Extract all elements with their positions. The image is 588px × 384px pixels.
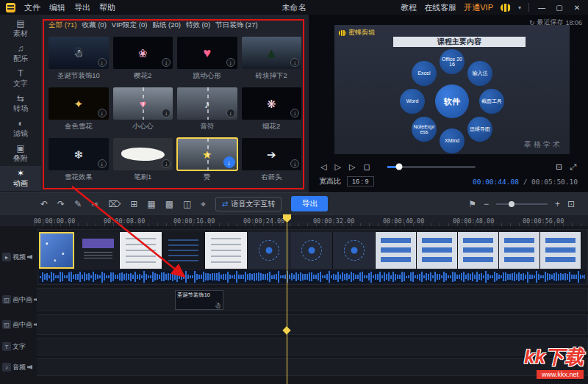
minimize-button[interactable]: — <box>537 4 547 12</box>
library-item[interactable]: ☃↓圣诞节装饰10 <box>49 37 109 81</box>
sidebar-item-music[interactable]: ♫ 配乐 <box>0 41 41 66</box>
fit-screen-icon[interactable]: ⊡ <box>556 163 562 171</box>
library-item[interactable]: ♥↓小心心 <box>113 87 173 131</box>
progress-handle[interactable] <box>396 164 403 170</box>
download-icon[interactable]: ↓ <box>98 159 107 168</box>
support-link[interactable]: 在线客服 <box>424 2 456 13</box>
close-button[interactable]: ✕ <box>572 4 582 12</box>
tab-vip[interactable]: VIP限定 (0) <box>112 21 148 30</box>
vip-button[interactable]: 开通VIP <box>464 2 493 13</box>
diagram-bubble: XMind <box>440 128 465 153</box>
tab-holiday[interactable]: 节日装饰 (27) <box>215 21 258 30</box>
menu-export[interactable]: 导出 <box>74 2 90 13</box>
sidebar-item-text[interactable]: T 文字 <box>0 66 41 91</box>
download-icon[interactable]: ↓ <box>98 58 107 67</box>
pip-track-lane-1[interactable]: 圣诞节装饰10 ☃ <box>37 288 588 311</box>
audio-track-lane[interactable] <box>37 358 588 376</box>
stop-button[interactable]: ◻ <box>363 163 370 171</box>
fit-timeline-icon[interactable]: ⊡ <box>567 200 575 209</box>
video-clip-strip[interactable] <box>77 232 376 269</box>
download-icon[interactable]: ↓ <box>162 109 171 117</box>
download-icon[interactable]: ↓ <box>290 58 299 67</box>
freeze-frame-icon[interactable]: ◫ <box>183 200 191 209</box>
sidebar-item-overlay[interactable]: ▣ 叠附 <box>0 141 41 166</box>
menu-edit[interactable]: 编辑 <box>49 2 65 13</box>
delete-icon[interactable]: ⌦ <box>108 200 121 209</box>
pip-clip[interactable]: 圣诞节装饰10 ☃ <box>175 290 223 310</box>
selected-video-clip[interactable] <box>39 232 74 269</box>
maximize-button[interactable]: ▢ <box>554 4 564 12</box>
marker-icon[interactable]: ⚑ <box>468 200 476 209</box>
library-item[interactable]: ❀↓樱花2 <box>113 37 173 81</box>
chevron-down-icon[interactable]: ▾ <box>518 4 521 11</box>
tutorial-link[interactable]: 教程 <box>401 2 417 13</box>
text-track-lane[interactable] <box>37 338 588 355</box>
sidebar-item-media[interactable]: ▤ 素材 <box>0 16 41 41</box>
playhead[interactable] <box>287 214 287 384</box>
download-icon[interactable]: ↓ <box>223 156 235 168</box>
zoom-slider-handle[interactable] <box>509 201 514 207</box>
sidebar-item-animation[interactable]: ✶ 动画 <box>0 166 41 191</box>
mute-icon[interactable] <box>27 255 32 259</box>
progress-slider[interactable] <box>387 166 476 168</box>
item-label: 跳动心形 <box>177 71 237 81</box>
export-button[interactable]: 导出 <box>291 196 328 211</box>
menu-file[interactable]: 文件 <box>24 2 40 13</box>
download-icon[interactable]: ↓ <box>162 159 171 168</box>
voice-text-button[interactable]: ⇄ 语音文字互转 <box>215 197 282 211</box>
zoom-in-icon[interactable]: + <box>555 200 560 209</box>
aspect-ratio-select[interactable]: 16 : 9 <box>347 176 374 186</box>
library-item[interactable]: ✦↓金色雪花 <box>49 87 109 131</box>
sidebar-item-filter[interactable]: ◐ 滤镜 <box>0 116 41 141</box>
tab-favorites[interactable]: 收藏 (0) <box>82 21 107 30</box>
mute-icon[interactable] <box>27 365 32 369</box>
download-icon[interactable]: ↓ <box>162 58 171 67</box>
play-button[interactable]: ▷ <box>334 163 340 171</box>
library-item[interactable]: ❄↓雪花效果 <box>49 138 109 182</box>
library-item[interactable]: ↓笔刷1 <box>113 138 173 182</box>
library-item[interactable]: ➔↓右箭头 <box>242 138 302 182</box>
pip-track-lane-2[interactable] <box>37 314 588 335</box>
edit-icon[interactable]: ✎ <box>74 200 82 209</box>
slide-watermark: 摹格学术 <box>524 140 562 150</box>
download-icon[interactable]: ↓ <box>226 58 235 67</box>
timeline-ruler[interactable]: 00:00:00.00 00:00:08.00 00:00:16.00 00:0… <box>0 214 588 226</box>
crop-icon[interactable]: ⊞ <box>130 200 137 209</box>
tab-all[interactable]: 全部 (71) <box>49 21 77 30</box>
track-label: 画中画 <box>12 320 32 330</box>
watermark-url: www.kkx.net <box>537 370 584 379</box>
beecut-watermark: 蜜蜂剪辑 <box>339 28 375 37</box>
library-item[interactable]: ❋↓烟花2 <box>242 87 302 131</box>
download-icon[interactable]: ↓ <box>290 109 299 117</box>
sidebar-label: 动画 <box>13 178 28 189</box>
previous-frame-button[interactable]: ◁ <box>320 163 326 171</box>
zoom-out-icon[interactable]: − <box>484 200 489 209</box>
redo-icon[interactable]: ↷ <box>57 200 65 209</box>
split-icon[interactable]: ✂ <box>91 200 98 209</box>
video-frame-thumbnail <box>458 232 499 269</box>
download-icon[interactable]: ↓ <box>290 159 299 168</box>
video-track-lane[interactable] <box>37 229 588 285</box>
library-item[interactable]: ♪↓音符 <box>177 87 237 131</box>
video-clip-strip-2[interactable] <box>376 232 581 269</box>
tab-effects[interactable]: 特效 (0) <box>186 21 210 30</box>
library-item[interactable]: ▲↓砖块掉下2 <box>242 37 302 81</box>
sidebar-item-transition[interactable]: ⇆ 转场 <box>0 91 41 116</box>
download-icon[interactable]: ↓ <box>98 109 107 117</box>
fullscreen-icon[interactable]: ⤢ <box>570 163 576 171</box>
thumbnail-glyph: ➔ <box>267 149 276 160</box>
timeline-zoom-slider[interactable] <box>496 203 548 205</box>
canvas-icon[interactable]: ▦ <box>147 200 155 209</box>
mark-icon[interactable]: ⌖ <box>201 200 206 209</box>
download-icon[interactable]: ↓ <box>226 109 235 117</box>
next-frame-button[interactable]: ▷ <box>349 163 355 171</box>
current-time: 00:00:44.08 <box>473 178 519 186</box>
ruler-label: 00:00:56.00 <box>523 217 564 225</box>
account-avatar[interactable] <box>501 4 511 12</box>
menu-help[interactable]: 帮助 <box>99 2 115 13</box>
library-item-selected[interactable]: ★↓赞 <box>177 138 237 182</box>
mosaic-icon[interactable]: ▩ <box>165 200 173 209</box>
tab-stickers[interactable]: 贴纸 (20) <box>152 21 181 30</box>
undo-icon[interactable]: ↶ <box>40 200 48 209</box>
library-item[interactable]: ♥↓跳动心形 <box>177 37 237 81</box>
